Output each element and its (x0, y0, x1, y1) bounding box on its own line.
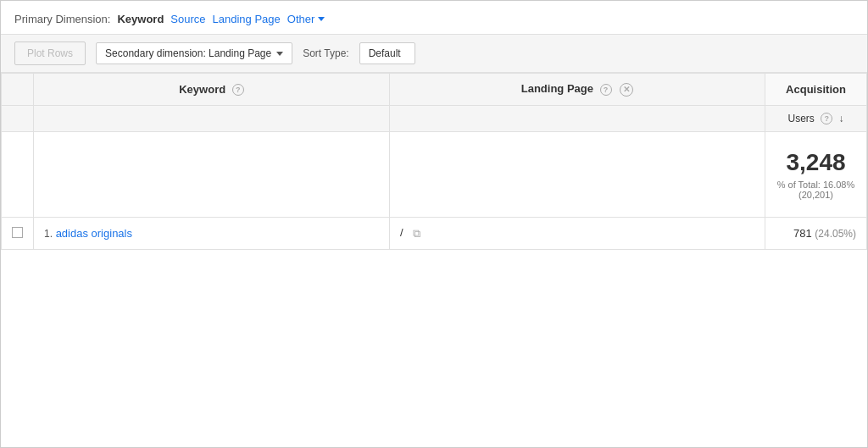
landing-page-help-icon[interactable]: ? (600, 84, 612, 96)
sort-type-value: Default (369, 47, 401, 59)
primary-dimension-row: Primary Dimension: Keyword Source Landin… (1, 1, 867, 34)
total-row-keyword-cell (34, 132, 390, 218)
col-keyword-header (34, 105, 390, 132)
header-group-row: Keyword ? Landing Page ? ✕ Acquisition (2, 74, 867, 106)
total-row: 3,248 % of Total: 16.08% (20,201) (2, 132, 867, 218)
landing-page-group-header: Landing Page ? ✕ (390, 74, 765, 106)
keyword-help-icon[interactable]: ? (232, 84, 244, 96)
secondary-dimension-select[interactable]: Secondary dimension: Landing Page (96, 42, 292, 64)
other-chevron-icon (318, 17, 325, 21)
total-row-users-cell: 3,248 % of Total: 16.08% (20,201) (765, 132, 867, 218)
users-col-label: Users (787, 113, 814, 124)
plot-rows-button[interactable]: Plot Rows (14, 41, 86, 65)
users-sort-arrow-icon[interactable]: ↓ (839, 113, 844, 124)
total-row-checkbox-cell (2, 132, 34, 218)
acquisition-group-header: Acquisition (765, 74, 867, 106)
total-users-subtext: % of Total: 16.08% (20,201) (776, 180, 856, 200)
row-1-users-percent: (24.05%) (815, 228, 856, 240)
row-1-keyword-cell: 1. adidas originals (34, 218, 390, 250)
toolbar-row: Plot Rows Secondary dimension: Landing P… (1, 34, 867, 73)
col-landing-page-header (390, 105, 765, 132)
checkbox-header (2, 74, 34, 106)
landing-page-close-icon[interactable]: ✕ (620, 83, 633, 97)
row-1-landing-page-value: / (400, 226, 403, 239)
keyword-col-label: Keyword (179, 83, 225, 96)
data-table: Keyword ? Landing Page ? ✕ Acquisition (1, 73, 867, 250)
other-dropdown[interactable]: Other (287, 13, 326, 25)
acquisition-label: Acquisition (786, 83, 846, 96)
total-users-value: 3,248 (776, 149, 856, 176)
row-1-checkbox-cell[interactable] (2, 218, 34, 250)
primary-dimension-active: Keyword (117, 13, 164, 25)
col-header-row: Users ? ↓ (2, 105, 867, 132)
table-row: 1. adidas originals / ⧉ 781 (24.05%) (2, 218, 867, 250)
total-row-landing-page-cell (390, 132, 765, 218)
data-table-wrapper: Keyword ? Landing Page ? ✕ Acquisition (1, 73, 867, 250)
source-link[interactable]: Source (170, 13, 205, 25)
row-1-users-value: 781 (24.05%) (793, 227, 856, 240)
other-dropdown-label: Other (287, 13, 315, 25)
secondary-dim-chevron-icon (276, 52, 283, 56)
sort-type-label: Sort Type: (303, 47, 348, 59)
row-1-users-cell: 781 (24.05%) (765, 218, 867, 250)
sort-type-select[interactable]: Default (359, 42, 415, 64)
row-1-landing-page-cell: / ⧉ (390, 218, 765, 250)
keyword-group-header: Keyword ? (34, 74, 390, 106)
row-1-copy-icon[interactable]: ⧉ (413, 227, 420, 241)
primary-dimension-label: Primary Dimension: (14, 13, 110, 25)
row-1-keyword-link[interactable]: adidas originals (56, 227, 132, 240)
landing-page-link[interactable]: Landing Page (213, 13, 281, 25)
col-checkbox-header (2, 105, 34, 132)
users-help-icon[interactable]: ? (821, 113, 832, 124)
main-container: Primary Dimension: Keyword Source Landin… (0, 0, 868, 448)
row-1-num: 1. (44, 228, 53, 240)
row-1-users-number: 781 (793, 227, 812, 240)
row-1-checkbox[interactable] (12, 227, 23, 238)
secondary-dimension-label: Secondary dimension: Landing Page (105, 47, 271, 59)
col-users-header[interactable]: Users ? ↓ (765, 105, 867, 132)
landing-page-col-label: Landing Page (521, 82, 593, 95)
